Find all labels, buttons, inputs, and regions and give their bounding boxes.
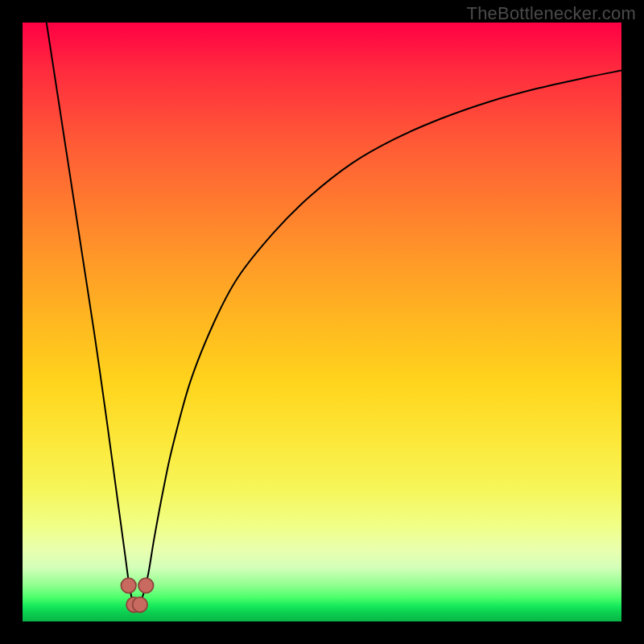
- bottleneck-curve: [47, 23, 621, 609]
- watermark-text: TheBottlenecker.com: [467, 3, 636, 24]
- optimum-marker: [133, 597, 148, 613]
- optimum-marker: [121, 578, 136, 593]
- optimum-markers: [121, 578, 153, 612]
- chart-frame: TheBottlenecker.com: [0, 0, 644, 644]
- plot-area: [23, 23, 621, 621]
- bottleneck-curve-svg: [23, 23, 621, 621]
- optimum-marker: [138, 578, 154, 593]
